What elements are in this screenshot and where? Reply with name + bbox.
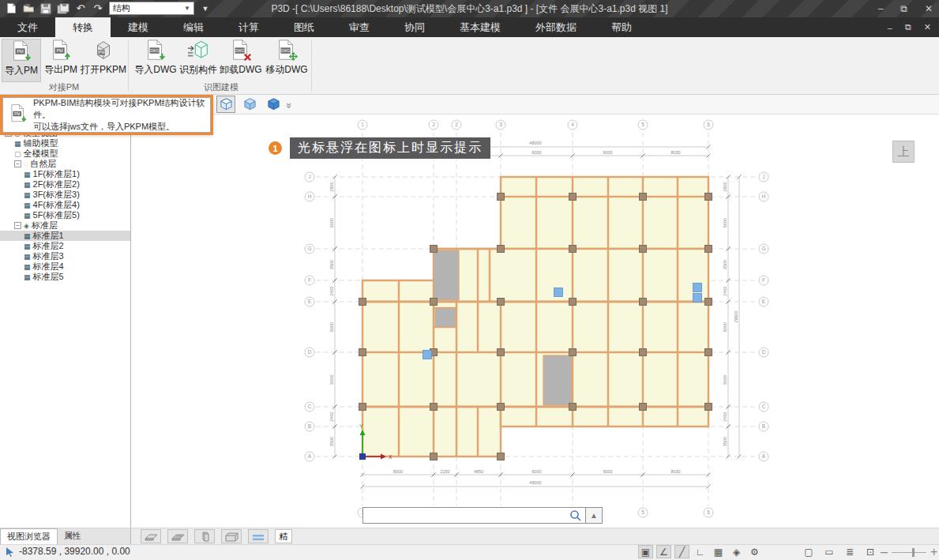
drawing-canvas[interactable]: 4800080002150485060009000803080002150485… [131, 115, 939, 528]
solid-cube-button[interactable] [264, 96, 283, 113]
fit-view-icon[interactable]: ⊡ [863, 545, 877, 558]
ortho-icon[interactable]: ╱ [674, 545, 689, 558]
slab[interactable] [434, 249, 708, 302]
opening[interactable] [543, 355, 572, 405]
tree-item-全楼模型[interactable]: ▢全楼模型 [0, 148, 130, 159]
window-icon[interactable]: ▭ [822, 545, 836, 558]
slab-view-button[interactable] [141, 529, 161, 543]
grid-icon[interactable]: ▦ [711, 545, 726, 558]
search-icon[interactable] [569, 509, 582, 522]
zoom-handle[interactable] [912, 548, 915, 557]
column[interactable] [498, 453, 505, 460]
otrack-icon[interactable]: ◈ [729, 545, 744, 558]
ribbon-button-打开PKPM[interactable]: PM打开PKPM [81, 39, 126, 82]
doc-restore-button[interactable]: ⧉ [905, 22, 911, 32]
zoom-out-icon[interactable]: – [881, 545, 888, 559]
settings-gear-icon[interactable]: ⚙ [747, 545, 762, 558]
menu-item-文件[interactable]: 文件 [0, 17, 55, 37]
selection-marker[interactable] [693, 284, 702, 292]
tree-item-辅助模型[interactable]: ▦辅助模型 [0, 138, 130, 148]
column[interactable] [705, 299, 712, 306]
ribbon-button-导入PM[interactable]: PM导入PM [2, 39, 41, 82]
column[interactable] [569, 404, 577, 411]
column[interactable] [640, 246, 647, 253]
dim-view-button[interactable] [248, 529, 269, 543]
selection-marker[interactable] [554, 288, 563, 297]
shaded-cube-button[interactable] [240, 96, 259, 113]
column[interactable] [498, 404, 505, 411]
column[interactable] [569, 246, 577, 253]
doc-close-button[interactable]: ✕ [924, 22, 931, 32]
column[interactable] [359, 349, 366, 356]
column[interactable] [705, 349, 712, 356]
command-expand-button[interactable]: ▲ [586, 507, 603, 524]
tree-item-标准层3[interactable]: ▦标准层3 [0, 251, 130, 261]
tree-item-标准层5[interactable]: ▦标准层5 [0, 272, 130, 282]
column[interactable] [430, 453, 438, 460]
column[interactable] [705, 246, 712, 253]
collapse-icon[interactable]: − [14, 160, 21, 167]
close-button[interactable]: ✕ [925, 3, 933, 14]
selection-marker[interactable] [423, 351, 432, 359]
tree-item-标准层[interactable]: −◈标准层 [0, 220, 130, 231]
command-input[interactable] [362, 507, 586, 524]
menu-item-帮助[interactable]: 帮助 [594, 17, 649, 37]
column[interactable] [569, 349, 577, 356]
tab-properties[interactable]: 属性 [58, 528, 88, 544]
menu-item-外部数据[interactable]: 外部数据 [518, 17, 594, 37]
column[interactable] [498, 246, 505, 253]
tree-item-标准层1[interactable]: ▦标准层1 [0, 231, 130, 241]
restore-button[interactable]: ⧉ [900, 3, 907, 14]
new-view-icon[interactable]: ▢ [802, 545, 816, 558]
column[interactable] [430, 246, 438, 253]
ribbon-button-识别构件[interactable]: 识别构件 [178, 39, 218, 82]
osnap-icon[interactable]: ▣ [638, 545, 653, 558]
column[interactable] [498, 299, 505, 306]
menu-item-转换[interactable]: 转换 [55, 17, 111, 37]
tree-item-5F(标准层5)[interactable]: ▦5F(标准层5) [0, 210, 130, 220]
column[interactable] [359, 404, 366, 411]
zoom-in-icon[interactable]: + [930, 545, 937, 559]
zoom-slider[interactable]: – + [881, 545, 937, 559]
column[interactable] [640, 194, 647, 201]
menu-item-建模[interactable]: 建模 [111, 17, 166, 37]
column[interactable] [705, 194, 712, 201]
tab-view-browser[interactable]: 视图浏览器 [0, 528, 58, 544]
menu-item-图纸[interactable]: 图纸 [276, 17, 332, 37]
slab[interactable] [362, 407, 501, 457]
column[interactable] [498, 194, 505, 201]
wireframe-cube-button[interactable] [216, 96, 235, 113]
opening[interactable] [435, 308, 456, 327]
selection-marker[interactable] [693, 294, 702, 303]
tree-item-标准层4[interactable]: ▦标准层4 [0, 261, 130, 272]
menu-item-计算[interactable]: 计算 [221, 17, 276, 37]
wall-view-button[interactable] [221, 529, 242, 543]
menu-item-审查[interactable]: 审查 [332, 17, 387, 37]
opening[interactable] [434, 250, 459, 300]
column[interactable] [569, 299, 577, 306]
column[interactable] [430, 404, 438, 411]
column[interactable] [430, 299, 438, 306]
doc-minimize-button[interactable]: – [888, 23, 892, 32]
column[interactable] [498, 349, 505, 356]
menu-item-基本建模[interactable]: 基本建模 [442, 17, 518, 37]
column-view-button[interactable] [194, 529, 215, 543]
tree-item-标准层2[interactable]: ▦标准层2 [0, 241, 130, 251]
menu-item-协同[interactable]: 协同 [387, 17, 442, 37]
ribbon-button-移动DWG[interactable]: DWG移动DWG [264, 39, 310, 82]
column[interactable] [359, 299, 366, 306]
column[interactable] [640, 299, 647, 306]
zoom-track[interactable] [892, 552, 926, 553]
minimize-button[interactable]: – [878, 3, 884, 14]
ribbon-button-导出PM[interactable]: PM导出PM [41, 39, 81, 82]
precise-snap-button[interactable]: 精 [275, 529, 292, 543]
column[interactable] [640, 404, 647, 411]
view-orientation-button[interactable]: 上 [892, 141, 915, 163]
collapse-icon[interactable]: − [14, 222, 21, 229]
layers-icon[interactable]: ≣ [843, 545, 857, 558]
ribbon-button-卸载DWG[interactable]: DWG卸载DWG [218, 39, 264, 82]
angle-icon[interactable]: ∟ [693, 545, 708, 558]
menu-item-编辑[interactable]: 编辑 [166, 17, 221, 37]
beam-view-button[interactable] [167, 529, 188, 543]
column[interactable] [705, 404, 712, 411]
